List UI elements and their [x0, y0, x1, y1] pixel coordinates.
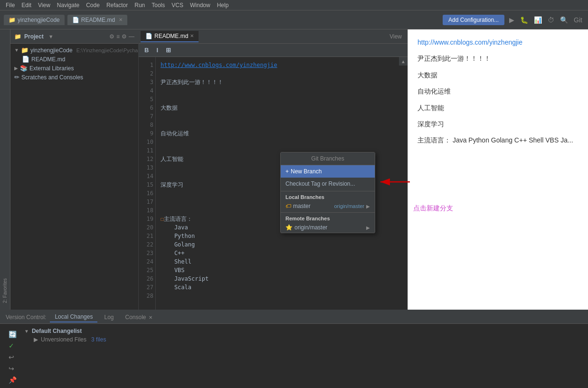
view-label: View	[386, 33, 406, 40]
table-button[interactable]: ⊞	[164, 46, 173, 54]
line-numbers: 1234567891011121314151617181920212223242…	[139, 57, 156, 310]
changelist-name: Default Changelist	[32, 328, 82, 334]
tree-root-item[interactable]: ▼ 📁 yinzhengjieCode E:\YinzhengjieCode\P…	[10, 46, 138, 55]
bottom-content: 🔄 ✓ ↩ ↪ 📌 ▼ Default Changelist ▶ Unversi…	[0, 324, 588, 388]
editor-area: 📄 README.md ✕ View B I ⊞ 123456789101112…	[139, 29, 408, 310]
menu-file[interactable]: File	[3, 1, 18, 9]
menu-window[interactable]: Window	[187, 1, 213, 9]
search-icon[interactable]: 🔍	[558, 15, 570, 25]
toolbar-readme-label: README.md	[81, 17, 115, 23]
changelist-arrow: ▼	[24, 329, 29, 334]
project-icon: 📁	[9, 17, 16, 23]
ext-lib-icon: 📚	[20, 65, 28, 72]
bottom-action-strip: 🔄 ✓ ↩ ↪ 📌	[4, 328, 21, 387]
content-wrapper: 1: Project 📁 Project ▼ ⚙ ≡ ⚙ — ▼ 📁	[0, 29, 588, 310]
sidebar-header: 📁 Project ▼ ⚙ ≡ ⚙ —	[10, 29, 138, 44]
local-changes-tab[interactable]: Local Changes	[50, 312, 97, 322]
italic-button[interactable]: I	[154, 46, 160, 54]
folder-icon: 📁	[21, 47, 28, 54]
editor-tabs: 📄 README.md ✕ View	[139, 29, 408, 44]
menu-refactor[interactable]: Refactor	[104, 1, 131, 9]
redo-icon[interactable]: ↪	[7, 364, 19, 373]
right-panel-line6: 主流语言： Java Python Golang C++ Shell VBS J…	[417, 135, 579, 145]
right-panel-line2: 大数据	[417, 70, 579, 80]
project-icon: 📁	[14, 33, 21, 40]
refresh-icon[interactable]: 🔄	[7, 330, 19, 339]
external-libraries-item[interactable]: ▶ 📚 External Libraries	[10, 64, 138, 73]
add-config-button[interactable]: Add Configuration...	[443, 15, 504, 25]
minimize-icon[interactable]: —	[129, 33, 134, 40]
format-bar: B I ⊞	[139, 44, 408, 57]
menu-code[interactable]: Code	[83, 1, 103, 9]
sidebar: 📁 Project ▼ ⚙ ≡ ⚙ — ▼ 📁 yinzhengjieCode …	[10, 29, 139, 310]
tab-close-icon[interactable]: ✕	[190, 33, 194, 38]
sidebar-dropdown-icon[interactable]: ▼	[48, 34, 54, 39]
log-tab[interactable]: Log	[99, 312, 118, 322]
run-icon[interactable]: ▶	[507, 15, 516, 25]
right-panel: http://www.cnblogs.com/yinzhengjie 尹正杰到此…	[408, 29, 588, 310]
toolbar: 📁 yinzhengjieCode 📄 README.md ✕ Add Conf…	[0, 10, 588, 29]
scratches-item[interactable]: ✏ Scratches and Consoles	[10, 73, 138, 82]
bottom-panel: Version Control: Local Changes Log Conso…	[0, 310, 588, 388]
unversioned-count: 3 files	[91, 336, 106, 343]
scratches-icon: ✏	[14, 74, 19, 81]
menu-navigate[interactable]: Navigate	[54, 1, 82, 9]
menu-view[interactable]: View	[35, 1, 53, 9]
close-icon[interactable]: ✕	[119, 17, 123, 22]
menu-help[interactable]: Help	[214, 1, 232, 9]
debug-icon[interactable]: 🐛	[518, 15, 530, 25]
sidebar-title: Project	[24, 33, 44, 40]
changelist-tree: ▼ Default Changelist ▶ Unversioned Files…	[24, 328, 584, 387]
code-area[interactable]: http://www.cnblogs.com/yinzhengjie尹正杰到此一…	[156, 57, 408, 310]
readme-file-icon: 📄	[22, 56, 29, 63]
app-window: File Edit View Navigate Code Refactor Ru…	[0, 0, 588, 388]
bottom-tabs: Version Control: Local Changes Log Conso…	[0, 311, 588, 324]
root-path: E:\YinzhengjieCode\PycharmProj	[76, 47, 138, 53]
toolbar-tab-project[interactable]: 📁 yinzhengjieCode	[4, 15, 65, 25]
coverage-icon[interactable]: 📊	[532, 15, 544, 25]
changelist-header: ▼ Default Changelist	[24, 328, 584, 334]
tab-icon: 📄	[145, 33, 152, 39]
settings-icon[interactable]: ⚙	[122, 33, 127, 40]
bold-button[interactable]: B	[142, 46, 151, 54]
tab-label: README.md	[154, 33, 188, 39]
right-panel-line1: 尹正杰到此一游！！！！	[417, 53, 579, 64]
readme-tree-item[interactable]: 📄 README.md	[10, 55, 138, 64]
collapse-icon[interactable]: ▲	[399, 57, 408, 66]
right-panel-url[interactable]: http://www.cnblogs.com/yinzhengjie	[417, 38, 522, 46]
console-close-icon[interactable]: ✕	[149, 315, 152, 320]
right-panel-line5: 深度学习	[417, 119, 579, 129]
toolbar-run-icons: ▶ 🐛 📊 ⏱ 🔍 Git	[507, 15, 584, 25]
editor-tab-readme[interactable]: 📄 README.md ✕	[141, 31, 199, 42]
main-lang-content: Java Python Golang C++ Shell VBS Ja...	[453, 136, 573, 144]
bottom-layout: 🔄 ✓ ↩ ↪ 📌 ▼ Default Changelist ▶ Unversi…	[4, 328, 584, 387]
unversioned-arrow: ▶	[34, 336, 38, 343]
unversioned-files-row: ▶ Unversioned Files 3 files	[24, 336, 584, 343]
ext-lib-label: External Libraries	[29, 65, 74, 72]
favorites-strip: 2: Favorites	[0, 29, 10, 310]
right-panel-line3: 自动化运维	[417, 86, 579, 96]
sync-icon[interactable]: ⚙	[109, 33, 114, 40]
checkmark-icon[interactable]: ✓	[7, 341, 19, 350]
menu-tools[interactable]: Tools	[149, 1, 168, 9]
undo-icon[interactable]: ↩	[7, 352, 19, 362]
project-tree: ▼ 📁 yinzhengjieCode E:\YinzhengjieCode\P…	[10, 44, 138, 310]
toolbar-tab-readme[interactable]: 📄 README.md ✕	[67, 15, 127, 25]
menu-bar: File Edit View Navigate Code Refactor Ru…	[0, 0, 588, 10]
menu-run[interactable]: Run	[132, 1, 148, 9]
readme-icon: 📄	[72, 17, 79, 23]
pin-icon[interactable]: 📌	[7, 375, 19, 385]
tree-arrow: ▼	[14, 47, 19, 53]
menu-vcs[interactable]: VCS	[169, 1, 186, 9]
favorites-tab[interactable]: 2: Favorites	[1, 276, 9, 305]
console-tab[interactable]: Console ✕	[120, 312, 157, 322]
gear-icon[interactable]: ≡	[116, 33, 120, 40]
profile-icon[interactable]: ⏱	[546, 15, 556, 25]
git-label: Git	[572, 15, 584, 25]
toolbar-project-label: yinzhengjieCode	[18, 17, 60, 23]
ext-lib-arrow: ▶	[14, 66, 18, 71]
editor-content: 1234567891011121314151617181920212223242…	[139, 57, 408, 310]
sidebar-icons: ⚙ ≡ ⚙ —	[109, 33, 134, 40]
menu-edit[interactable]: Edit	[19, 1, 34, 9]
root-folder-name: yinzhengjieCode	[30, 47, 73, 54]
